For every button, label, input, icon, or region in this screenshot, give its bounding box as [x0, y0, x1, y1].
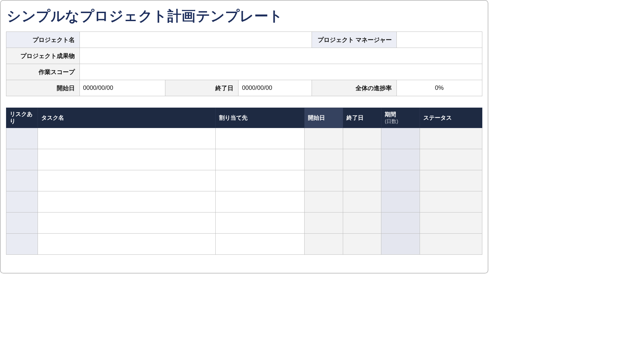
cell-end[interactable]	[343, 149, 381, 170]
cell-duration[interactable]	[381, 191, 420, 212]
cell-taskname[interactable]	[38, 191, 216, 212]
cell-start[interactable]	[305, 212, 343, 233]
info-row-dates: 開始日 0000/00/00 終了日 0000/00/00 全体の進捗率 0%	[6, 80, 482, 96]
table-row	[6, 149, 482, 170]
cell-risk[interactable]	[6, 149, 38, 170]
col-duration-label: 期間	[385, 111, 396, 118]
col-start-date: 開始日	[305, 108, 343, 128]
cell-duration[interactable]	[381, 149, 420, 170]
cell-start[interactable]	[305, 149, 343, 170]
col-task-name: タスク名	[38, 108, 216, 128]
cell-start[interactable]	[305, 233, 343, 254]
cell-status[interactable]	[420, 191, 482, 212]
value-overall-progress[interactable]: 0%	[396, 80, 482, 96]
label-project-manager: プロジェクト マネージャー	[312, 32, 396, 48]
task-table-body	[6, 128, 482, 254]
col-end-date: 終了日	[343, 108, 381, 128]
cell-risk[interactable]	[6, 170, 38, 191]
info-row-deliverables: プロジェクト成果物	[6, 48, 482, 64]
cell-taskname[interactable]	[38, 233, 216, 254]
page-title: シンプルなプロジェクト計画テンプレート	[7, 7, 482, 25]
cell-start[interactable]	[305, 170, 343, 191]
table-row	[6, 128, 482, 149]
label-start-date: 開始日	[6, 80, 80, 96]
cell-assigned[interactable]	[216, 170, 305, 191]
project-info-table: プロジェクト名 プロジェクト マネージャー プロジェクト成果物 作業スコープ 開…	[6, 32, 482, 96]
cell-taskname[interactable]	[38, 149, 216, 170]
cell-duration[interactable]	[381, 233, 420, 254]
cell-taskname[interactable]	[38, 128, 216, 149]
value-start-date[interactable]: 0000/00/00	[79, 80, 165, 96]
cell-assigned[interactable]	[216, 149, 305, 170]
cell-assigned[interactable]	[216, 233, 305, 254]
task-table-head: リスクあり タスク名 割り当て先 開始日 終了日 期間 (日数) ステータス	[6, 108, 482, 128]
task-table: リスクあり タスク名 割り当て先 開始日 終了日 期間 (日数) ステータス	[6, 108, 482, 255]
label-project-name: プロジェクト名	[6, 32, 80, 48]
cell-risk[interactable]	[6, 233, 38, 254]
cell-end[interactable]	[343, 233, 381, 254]
col-duration-sub: (日数)	[385, 118, 416, 125]
value-scope[interactable]	[79, 64, 482, 80]
label-end-date: 終了日	[165, 80, 238, 96]
value-project-name[interactable]	[79, 32, 312, 48]
cell-risk[interactable]	[6, 212, 38, 233]
cell-assigned[interactable]	[216, 191, 305, 212]
cell-end[interactable]	[343, 128, 381, 149]
cell-assigned[interactable]	[216, 212, 305, 233]
cell-start[interactable]	[305, 191, 343, 212]
cell-start[interactable]	[305, 128, 343, 149]
cell-duration[interactable]	[381, 128, 420, 149]
col-risk: リスクあり	[6, 108, 38, 128]
cell-taskname[interactable]	[38, 170, 216, 191]
cell-risk[interactable]	[6, 191, 38, 212]
col-status: ステータス	[420, 108, 482, 128]
cell-status[interactable]	[420, 149, 482, 170]
table-row	[6, 212, 482, 233]
value-end-date[interactable]: 0000/00/00	[238, 80, 312, 96]
cell-end[interactable]	[343, 212, 381, 233]
cell-duration[interactable]	[381, 212, 420, 233]
label-deliverables: プロジェクト成果物	[6, 48, 80, 64]
cell-duration[interactable]	[381, 170, 420, 191]
cell-status[interactable]	[420, 128, 482, 149]
info-row-project: プロジェクト名 プロジェクト マネージャー	[6, 32, 482, 48]
cell-end[interactable]	[343, 170, 381, 191]
cell-end[interactable]	[343, 191, 381, 212]
template-page: シンプルなプロジェクト計画テンプレート プロジェクト名 プロジェクト マネージャ…	[0, 0, 488, 274]
spacer	[6, 96, 482, 108]
table-row	[6, 191, 482, 212]
table-row	[6, 233, 482, 254]
value-project-manager[interactable]	[396, 32, 482, 48]
cell-risk[interactable]	[6, 128, 38, 149]
col-assigned: 割り当て先	[216, 108, 305, 128]
table-row	[6, 170, 482, 191]
cell-taskname[interactable]	[38, 212, 216, 233]
value-deliverables[interactable]	[79, 48, 482, 64]
label-scope: 作業スコープ	[6, 64, 80, 80]
cell-status[interactable]	[420, 233, 482, 254]
cell-status[interactable]	[420, 212, 482, 233]
cell-assigned[interactable]	[216, 128, 305, 149]
label-overall-progress: 全体の進捗率	[312, 80, 396, 96]
col-duration: 期間 (日数)	[381, 108, 420, 128]
info-row-scope: 作業スコープ	[6, 64, 482, 80]
cell-status[interactable]	[420, 170, 482, 191]
